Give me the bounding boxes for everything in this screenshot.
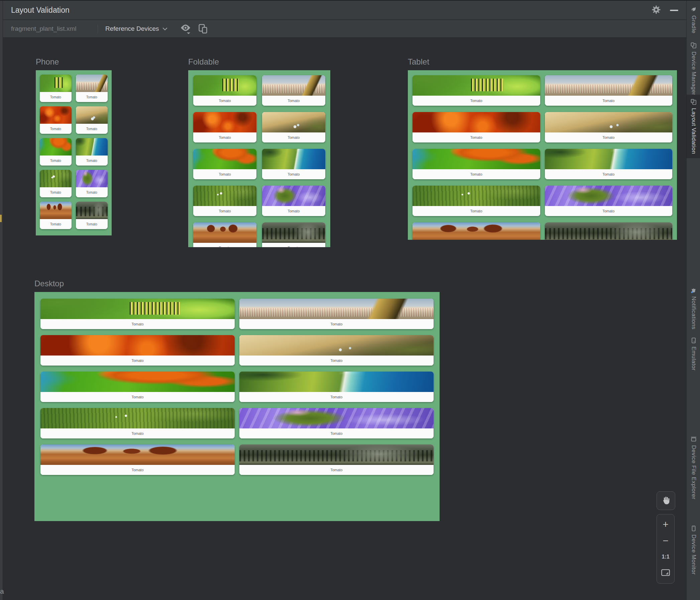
bell-icon [690, 287, 697, 294]
plant-name-label: Tomato [193, 169, 256, 179]
copy-button[interactable] [196, 24, 209, 35]
water-droplet-image [239, 335, 433, 356]
plant-card: Tomato [41, 371, 235, 402]
plant-card: Tomato [239, 408, 433, 438]
sidebar-tab-label: Emulator [690, 346, 697, 370]
zoom-in-button[interactable]: + [657, 518, 674, 531]
actual-size-label: 1:1 [661, 554, 669, 560]
minimize-icon [670, 10, 678, 11]
red-maple-image [412, 112, 540, 133]
plant-name-label: Tomato [41, 465, 235, 475]
gear-icon [652, 5, 661, 16]
plant-card: Tomato [40, 106, 72, 134]
copy-layers-icon [197, 23, 208, 36]
chevron-down-icon [162, 25, 168, 32]
plant-name-label: Tomato [239, 428, 433, 438]
plant-name-label: Tomato [545, 96, 673, 106]
plant-card: Tomato [76, 75, 108, 102]
preview-foldable: FoldableTomatoTomatoTomatoTomatoTomatoTo… [188, 70, 330, 247]
preview-title-desktop: Desktop [34, 279, 64, 288]
pan-hand-icon [661, 495, 671, 506]
forest-image [262, 222, 325, 243]
coastline-image [239, 371, 433, 392]
right-tool-window-stripe: GradleDevice ManagerLayout ValidationNot… [686, 1, 700, 600]
plant-name-label: Tomato [40, 124, 72, 134]
coastline-image [76, 138, 108, 155]
plant-card: Tomato [193, 75, 256, 106]
settings-button[interactable] [651, 5, 661, 16]
telescope-image [76, 75, 108, 92]
plant-card: Tomato [545, 149, 673, 179]
devices-icon [690, 99, 697, 105]
plant-name-label: Tomato [239, 356, 433, 365]
zoom-out-label: − [662, 536, 669, 546]
plant-name-label: Tomato [76, 124, 108, 134]
plant-name-label: Tomato [412, 206, 540, 216]
plant-name-label: Tomato [262, 206, 325, 216]
red-maple-image [193, 112, 256, 133]
plant-name-label: Tomato [262, 169, 325, 179]
sidebar-tab-device-monitor[interactable]: Device Monitor [686, 525, 700, 575]
plant-name-label: Tomato [239, 392, 433, 402]
zoom-controls: + − 1:1 [656, 514, 675, 584]
pan-button[interactable] [656, 491, 675, 510]
file-tab[interactable]: fragment_plant_list.xml [11, 20, 76, 38]
maple-on-green-image [193, 149, 256, 169]
preview-phone: PhoneTomatoTomatoTomatoTomatoTomatoTomat… [36, 70, 111, 236]
telescope-image [262, 75, 325, 96]
visibility-button[interactable] [179, 23, 194, 36]
plant-name-label: Tomato [76, 92, 108, 102]
plant-card: Tomato [41, 299, 235, 329]
maple-on-green-image [41, 371, 235, 392]
sidebar-tab-label: Device Monitor [690, 534, 697, 575]
sidebar-tab-label: Notifications [690, 296, 697, 330]
plant-card: Tomato [41, 335, 235, 365]
plant-card: Tomato [545, 75, 673, 106]
reference-devices-dropdown[interactable]: Reference Devices [105, 20, 168, 38]
plant-card: Tomato [239, 299, 433, 329]
plant-card: Tomato [262, 149, 325, 179]
plant-name-label: Tomato [239, 465, 433, 475]
plant-card: Tomato [412, 75, 540, 106]
sidebar-tab-notifications[interactable]: Notifications [686, 287, 700, 330]
plant-card: Tomato [41, 408, 235, 438]
farm-aerial-image [193, 186, 256, 206]
device-screen-tablet[interactable]: TomatoTomatoTomatoTomatoTomatoTomatoToma… [408, 70, 677, 240]
plant-card: Tomato [76, 170, 108, 197]
plant-name-label: Tomato [262, 133, 325, 142]
device-screen-phone[interactable]: TomatoTomatoTomatoTomatoTomatoTomatoToma… [36, 70, 111, 236]
plant-card: Tomato [193, 112, 256, 142]
plant-card: Tomato [545, 112, 673, 142]
plant-card: Tomato [76, 202, 108, 229]
sidebar-tab-device-manager[interactable]: Device Manager [686, 42, 700, 95]
device-screen-foldable[interactable]: TomatoTomatoTomatoTomatoTomatoTomatoToma… [188, 70, 330, 247]
telescope-image [545, 75, 673, 96]
plant-name-label: Tomato [76, 187, 108, 197]
zoom-out-button[interactable]: − [657, 534, 674, 548]
forest-image [76, 202, 108, 219]
farm-aerial-image [40, 170, 72, 187]
device-screen-desktop[interactable]: TomatoTomatoTomatoTomatoTomatoTomatoToma… [34, 292, 440, 521]
left-panel-fleck [0, 215, 2, 222]
plant-name-label: Tomato [193, 243, 256, 247]
plant-card: Tomato [40, 202, 72, 229]
water-droplet-image [76, 106, 108, 124]
plant-card: Tomato [545, 186, 673, 216]
actual-size-button[interactable]: 1:1 [657, 550, 674, 563]
sidebar-tab-gradle[interactable]: Gradle [686, 6, 700, 33]
sidebar-tab-layout-validation[interactable]: Layout Validation [686, 95, 700, 158]
plant-name-label: Tomato [193, 96, 256, 106]
plant-name-label: Tomato [41, 428, 235, 438]
fit-screen-button[interactable] [657, 567, 674, 580]
plant-card: Tomato [262, 75, 325, 106]
sidebar-tab-emulator[interactable]: Emulator [686, 337, 700, 370]
caterpillar-image [193, 75, 256, 96]
minimize-button[interactable] [669, 5, 679, 16]
plant-card: Tomato [40, 138, 72, 166]
sidebar-tab-device-file-explorer[interactable]: Device File Explorer [686, 436, 700, 499]
plant-name-label: Tomato [76, 219, 108, 229]
plant-card: Tomato [262, 112, 325, 142]
left-panel-edge [0, 1, 3, 600]
desert-image [193, 222, 256, 243]
coastline-image [262, 149, 325, 169]
